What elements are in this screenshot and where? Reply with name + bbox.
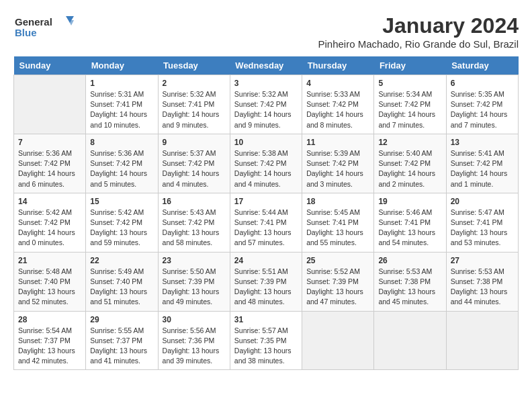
table-row: 24Sunrise: 5:51 AMSunset: 7:39 PMDayligh…	[230, 252, 302, 311]
calendar-week-row: 21Sunrise: 5:48 AMSunset: 7:40 PMDayligh…	[14, 252, 519, 311]
day-info: Sunrise: 5:57 AMSunset: 7:35 PMDaylight:…	[234, 326, 298, 367]
day-info: Sunrise: 5:37 AMSunset: 7:42 PMDaylight:…	[163, 148, 226, 189]
table-row: 18Sunrise: 5:45 AMSunset: 7:41 PMDayligh…	[302, 193, 374, 252]
day-info: Sunrise: 5:52 AMSunset: 7:39 PMDaylight:…	[306, 267, 369, 308]
table-row: 17Sunrise: 5:44 AMSunset: 7:41 PMDayligh…	[230, 193, 302, 252]
day-number: 19	[378, 197, 441, 206]
table-row: 2Sunrise: 5:32 AMSunset: 7:41 PMDaylight…	[158, 75, 230, 134]
calendar-week-row: 1Sunrise: 5:31 AMSunset: 7:41 PMDaylight…	[14, 75, 519, 134]
day-number: 9	[163, 138, 226, 147]
day-info: Sunrise: 5:47 AMSunset: 7:41 PMDaylight:…	[451, 208, 514, 248]
table-row: 28Sunrise: 5:54 AMSunset: 7:37 PMDayligh…	[14, 311, 86, 370]
day-info: Sunrise: 5:53 AMSunset: 7:38 PMDaylight:…	[378, 267, 441, 308]
day-number: 10	[234, 138, 298, 147]
day-number: 18	[306, 197, 369, 206]
col-wednesday: Wednesday	[230, 56, 302, 75]
calendar-subtitle: Pinheiro Machado, Rio Grande do Sul, Bra…	[318, 38, 519, 50]
day-number: 20	[451, 197, 514, 206]
day-number: 30	[163, 315, 226, 324]
day-info: Sunrise: 5:44 AMSunset: 7:41 PMDaylight:…	[234, 208, 298, 248]
day-number: 25	[306, 256, 369, 265]
table-row: 30Sunrise: 5:56 AMSunset: 7:36 PMDayligh…	[158, 311, 230, 370]
table-row: 12Sunrise: 5:40 AMSunset: 7:42 PMDayligh…	[374, 134, 446, 193]
day-number: 7	[18, 138, 81, 147]
day-info: Sunrise: 5:40 AMSunset: 7:42 PMDaylight:…	[378, 148, 441, 189]
table-row	[14, 75, 86, 134]
title-block: January 2024 Pinheiro Machado, Rio Grand…	[318, 13, 519, 50]
day-number: 11	[306, 138, 369, 147]
table-row: 6Sunrise: 5:35 AMSunset: 7:42 PMDaylight…	[446, 75, 518, 134]
day-info: Sunrise: 5:36 AMSunset: 7:42 PMDaylight:…	[90, 148, 153, 189]
table-row	[302, 311, 374, 370]
day-info: Sunrise: 5:33 AMSunset: 7:42 PMDaylight:…	[306, 89, 369, 130]
table-row: 25Sunrise: 5:52 AMSunset: 7:39 PMDayligh…	[302, 252, 374, 311]
day-info: Sunrise: 5:34 AMSunset: 7:42 PMDaylight:…	[378, 89, 441, 130]
day-number: 2	[163, 79, 226, 88]
day-number: 27	[451, 256, 514, 265]
table-row: 4Sunrise: 5:33 AMSunset: 7:42 PMDaylight…	[302, 75, 374, 134]
day-number: 14	[18, 197, 81, 206]
table-row: 23Sunrise: 5:50 AMSunset: 7:39 PMDayligh…	[158, 252, 230, 311]
day-number: 28	[18, 315, 81, 324]
col-monday: Monday	[86, 56, 158, 75]
table-row: 20Sunrise: 5:47 AMSunset: 7:41 PMDayligh…	[446, 193, 518, 252]
table-row: 22Sunrise: 5:49 AMSunset: 7:40 PMDayligh…	[86, 252, 158, 311]
day-number: 26	[378, 256, 441, 265]
day-number: 31	[234, 315, 298, 324]
day-number: 29	[90, 315, 153, 324]
table-row: 21Sunrise: 5:48 AMSunset: 7:40 PMDayligh…	[14, 252, 86, 311]
day-number: 1	[90, 79, 153, 88]
day-info: Sunrise: 5:56 AMSunset: 7:36 PMDaylight:…	[163, 326, 226, 367]
logo: General Blue	[13, 13, 74, 40]
day-info: Sunrise: 5:48 AMSunset: 7:40 PMDaylight:…	[18, 267, 81, 308]
day-info: Sunrise: 5:54 AMSunset: 7:37 PMDaylight:…	[18, 326, 81, 367]
table-row: 19Sunrise: 5:46 AMSunset: 7:41 PMDayligh…	[374, 193, 446, 252]
table-row: 31Sunrise: 5:57 AMSunset: 7:35 PMDayligh…	[230, 311, 302, 370]
day-info: Sunrise: 5:36 AMSunset: 7:42 PMDaylight:…	[18, 148, 81, 189]
day-info: Sunrise: 5:45 AMSunset: 7:41 PMDaylight:…	[306, 208, 369, 248]
col-sunday: Sunday	[14, 56, 86, 75]
day-info: Sunrise: 5:32 AMSunset: 7:41 PMDaylight:…	[163, 89, 226, 130]
col-friday: Friday	[374, 56, 446, 75]
page-header: General Blue January 2024 Pinheiro Macha…	[13, 13, 519, 50]
day-info: Sunrise: 5:38 AMSunset: 7:42 PMDaylight:…	[234, 148, 298, 189]
col-tuesday: Tuesday	[158, 56, 230, 75]
header-row: Sunday Monday Tuesday Wednesday Thursday…	[14, 56, 519, 75]
col-thursday: Thursday	[302, 56, 374, 75]
calendar-table: Sunday Monday Tuesday Wednesday Thursday…	[13, 56, 519, 370]
day-info: Sunrise: 5:55 AMSunset: 7:37 PMDaylight:…	[90, 326, 153, 367]
calendar-week-row: 7Sunrise: 5:36 AMSunset: 7:42 PMDaylight…	[14, 134, 519, 193]
day-info: Sunrise: 5:32 AMSunset: 7:42 PMDaylight:…	[234, 89, 298, 130]
table-row: 11Sunrise: 5:39 AMSunset: 7:42 PMDayligh…	[302, 134, 374, 193]
day-number: 22	[90, 256, 153, 265]
calendar-week-row: 14Sunrise: 5:42 AMSunset: 7:42 PMDayligh…	[14, 193, 519, 252]
day-number: 15	[90, 197, 153, 206]
calendar-title: January 2024	[318, 13, 519, 38]
day-number: 23	[163, 256, 226, 265]
day-info: Sunrise: 5:42 AMSunset: 7:42 PMDaylight:…	[18, 208, 81, 248]
svg-text:General: General	[15, 16, 52, 28]
table-row: 29Sunrise: 5:55 AMSunset: 7:37 PMDayligh…	[86, 311, 158, 370]
day-number: 6	[451, 79, 514, 88]
svg-text:Blue: Blue	[15, 27, 37, 38]
calendar-week-row: 28Sunrise: 5:54 AMSunset: 7:37 PMDayligh…	[14, 311, 519, 370]
table-row: 27Sunrise: 5:53 AMSunset: 7:38 PMDayligh…	[446, 252, 518, 311]
table-row: 1Sunrise: 5:31 AMSunset: 7:41 PMDaylight…	[86, 75, 158, 134]
day-info: Sunrise: 5:31 AMSunset: 7:41 PMDaylight:…	[90, 89, 153, 130]
day-info: Sunrise: 5:41 AMSunset: 7:42 PMDaylight:…	[451, 148, 514, 189]
day-info: Sunrise: 5:35 AMSunset: 7:42 PMDaylight:…	[451, 89, 514, 130]
day-info: Sunrise: 5:49 AMSunset: 7:40 PMDaylight:…	[90, 267, 153, 308]
day-info: Sunrise: 5:39 AMSunset: 7:42 PMDaylight:…	[306, 148, 369, 189]
day-number: 16	[163, 197, 226, 206]
table-row: 14Sunrise: 5:42 AMSunset: 7:42 PMDayligh…	[14, 193, 86, 252]
table-row: 8Sunrise: 5:36 AMSunset: 7:42 PMDaylight…	[86, 134, 158, 193]
col-saturday: Saturday	[446, 56, 518, 75]
day-number: 13	[451, 138, 514, 147]
table-row: 10Sunrise: 5:38 AMSunset: 7:42 PMDayligh…	[230, 134, 302, 193]
table-row: 16Sunrise: 5:43 AMSunset: 7:42 PMDayligh…	[158, 193, 230, 252]
table-row: 5Sunrise: 5:34 AMSunset: 7:42 PMDaylight…	[374, 75, 446, 134]
table-row: 7Sunrise: 5:36 AMSunset: 7:42 PMDaylight…	[14, 134, 86, 193]
day-number: 8	[90, 138, 153, 147]
day-number: 12	[378, 138, 441, 147]
day-info: Sunrise: 5:43 AMSunset: 7:42 PMDaylight:…	[163, 208, 226, 248]
